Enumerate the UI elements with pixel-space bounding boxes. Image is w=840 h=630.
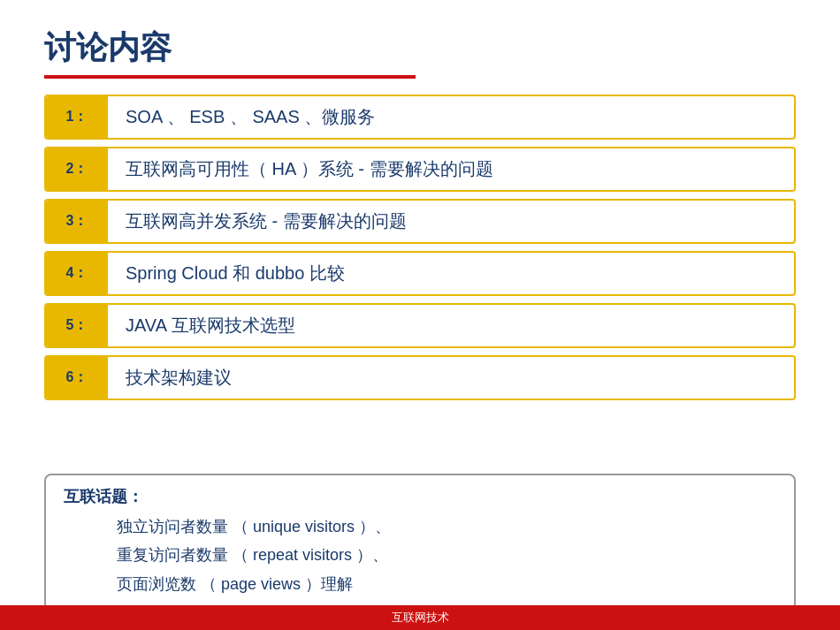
title-underline	[44, 75, 416, 79]
discussion-line: 独立访问者数量 （ unique visitors ）、	[117, 512, 776, 541]
item-number: 4：	[46, 253, 108, 294]
item-text: JAVA 互联网技术选型	[108, 305, 313, 346]
discussion-content: 独立访问者数量 （ unique visitors ）、重复访问者数量 （ re…	[64, 512, 776, 598]
footer-text: 互联网技术	[392, 610, 449, 626]
list-item: 4：Spring Cloud 和 dubbo 比较	[44, 251, 796, 296]
items-list: 1：SOA 、 ESB 、 SAAS 、微服务2： 互联网高可用性（ HA ）系…	[44, 95, 796, 465]
item-number: 2：	[46, 148, 108, 190]
page-title: 讨论内容	[44, 27, 796, 70]
item-number: 3：	[46, 201, 108, 242]
list-item: 3：互联网高并发系统 - 需要解决的问题	[44, 199, 796, 244]
item-number: 5：	[46, 305, 108, 346]
discussion-line: 重复访问者数量 （ repeat visitors ）、	[117, 541, 776, 569]
item-number: 1：	[46, 96, 108, 138]
item-text: 互联网高可用性（ HA ）系统 - 需要解决的问题	[108, 148, 511, 190]
list-item: 6： 技术架构建议	[44, 355, 796, 400]
discussion-label: 互联话题：	[64, 486, 776, 507]
list-item: 5：JAVA 互联网技术选型	[44, 303, 796, 348]
item-text: 互联网高并发系统 - 需要解决的问题	[108, 201, 424, 242]
footer-bar: 互联网技术	[0, 605, 840, 630]
discussion-box: 互联话题： 独立访问者数量 （ unique visitors ）、重复访问者数…	[44, 474, 796, 612]
discussion-line: 页面浏览数 （ page views ）理解	[117, 570, 776, 598]
list-item: 1：SOA 、 ESB 、 SAAS 、微服务	[44, 95, 796, 140]
item-text: SOA 、 ESB 、 SAAS 、微服务	[108, 96, 393, 138]
list-item: 2： 互联网高可用性（ HA ）系统 - 需要解决的问题	[44, 147, 796, 192]
item-text: Spring Cloud 和 dubbo 比较	[108, 253, 363, 294]
page-container: 讨论内容 1：SOA 、 ESB 、 SAAS 、微服务2： 互联网高可用性（ …	[0, 0, 840, 630]
item-number: 6：	[46, 357, 108, 398]
item-text: 技术架构建议	[108, 357, 249, 398]
